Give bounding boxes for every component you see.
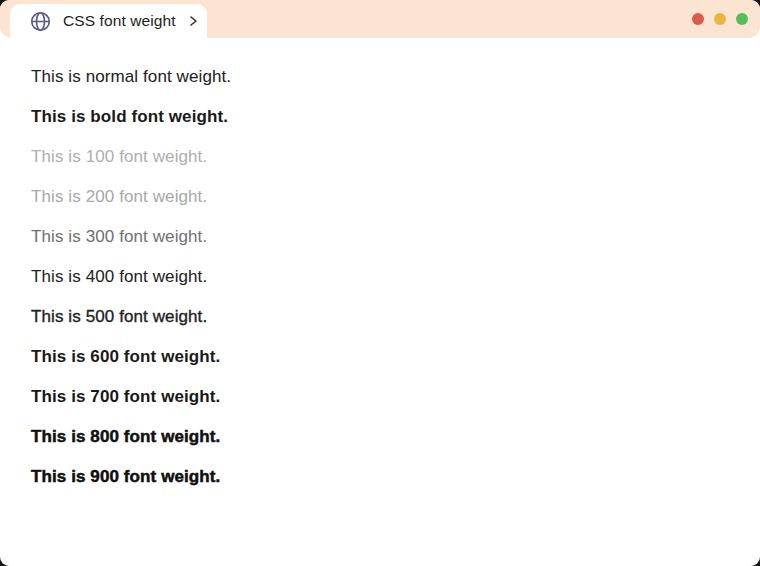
- font-weight-line: This is 700 font weight.: [31, 387, 729, 407]
- traffic-light-green[interactable]: [736, 13, 748, 25]
- traffic-light-red[interactable]: [692, 13, 704, 25]
- font-weight-line: This is 900 font weight.: [31, 467, 729, 487]
- font-weight-line: This is 100 font weight.: [31, 147, 729, 167]
- font-weight-line: This is 600 font weight.: [31, 347, 729, 367]
- traffic-light-yellow[interactable]: [714, 13, 726, 25]
- traffic-lights: [692, 13, 748, 25]
- font-weight-line: This is 500 font weight.: [31, 307, 729, 327]
- font-weight-line: This is 800 font weight.: [31, 427, 729, 447]
- font-weight-line: This is 200 font weight.: [31, 187, 729, 207]
- font-weight-line: This is 300 font weight.: [31, 227, 729, 247]
- page-content: This is normal font weight.This is bold …: [0, 38, 760, 487]
- browser-tab[interactable]: CSS font weight: [10, 4, 207, 38]
- font-weight-line: This is 400 font weight.: [31, 267, 729, 287]
- globe-icon: [30, 11, 51, 32]
- font-weight-line: This is bold font weight.: [31, 107, 729, 127]
- window-header: CSS font weight: [0, 0, 760, 38]
- font-weight-line: This is normal font weight.: [31, 67, 729, 87]
- tab-title: CSS font weight: [63, 12, 176, 30]
- browser-window: CSS font weight This is normal font weig…: [0, 0, 760, 566]
- chevron-right-icon[interactable]: [187, 15, 199, 27]
